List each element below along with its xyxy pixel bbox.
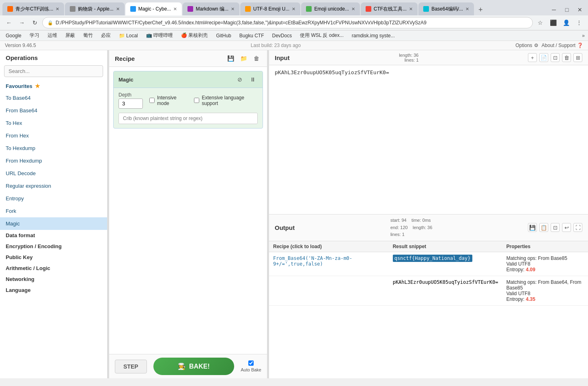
row1-properties: Matching ops: From Base85 Valid UTF8 Ent… xyxy=(502,252,588,276)
save-recipe-button[interactable]: 💾 xyxy=(226,54,235,63)
tab-close-icon[interactable]: ✕ xyxy=(409,6,413,12)
tab-close-icon[interactable]: ✕ xyxy=(231,6,235,12)
favourites-section[interactable]: Favourites ★ xyxy=(0,80,107,92)
bookmarks-more[interactable]: » xyxy=(582,33,585,39)
disable-magic-button[interactable]: ⊘ xyxy=(235,75,245,84)
app: Version 9.46.5 Last build: 23 days ago O… xyxy=(0,41,588,378)
input-lines: lines: 1 xyxy=(399,58,418,62)
input-add-button[interactable]: + xyxy=(528,53,537,62)
sidebar-item-fork[interactable]: Fork xyxy=(0,205,107,217)
tab-close-icon[interactable]: ✕ xyxy=(173,6,177,12)
output-copy-button[interactable]: 📋 xyxy=(539,223,548,232)
input-clear-button[interactable]: 🗑 xyxy=(562,53,571,62)
search-input[interactable] xyxy=(4,65,103,77)
extensive-language-checkbox[interactable] xyxy=(194,98,199,103)
tab-6[interactable]: Emoji unicode... ✕ xyxy=(301,2,360,15)
sidebar-section-arithmetic[interactable]: Arithmetic / Logic xyxy=(0,263,107,274)
tab-title: Markdown 编... xyxy=(196,6,228,13)
tab-close-icon[interactable]: ✕ xyxy=(56,6,59,12)
recipe-panel-header: Recipe 💾 📁 🗑 xyxy=(109,50,267,67)
sidebar-section-public-key[interactable]: Public Key xyxy=(0,252,107,263)
sidebar-item-to-hex[interactable]: To Hex xyxy=(0,117,107,129)
bookmark-wsl[interactable]: 使用 WSL 反 odex... xyxy=(297,31,346,40)
tab-8[interactable]: Base64编码/... ✕ xyxy=(418,2,474,15)
auto-bake-checkbox[interactable] xyxy=(248,360,254,366)
input-file-button[interactable]: 📄 xyxy=(539,53,548,62)
bookmark-google[interactable]: Google xyxy=(3,32,24,39)
output-split-button[interactable]: ⊡ xyxy=(551,223,560,232)
output-fullscreen-button[interactable]: ⛶ xyxy=(573,223,582,232)
sidebar-item-entropy[interactable]: Entropy xyxy=(0,192,107,205)
input-area[interactable]: pKAhL3Ezr0uupUO5K05uqTyiozSfVTEurK0= xyxy=(269,65,588,214)
bookmark-ramdisk[interactable]: ramdisk.img syste... xyxy=(349,32,397,39)
step-button[interactable]: STEP xyxy=(115,360,147,373)
sidebar-item-from-base64[interactable]: From Base64 xyxy=(0,104,107,117)
table-row[interactable]: From_Base64('N-ZA-Mn-za-m0-9+/=',true,fa… xyxy=(269,252,588,276)
output-undo-button[interactable]: ↩ xyxy=(562,223,571,232)
settings-icon[interactable]: ⋮ xyxy=(573,17,585,28)
tab-3[interactable]: Magic - Cybe... ✕ xyxy=(125,2,182,15)
sidebar-item-to-base64[interactable]: To Base64 xyxy=(0,92,107,104)
tab-close-icon[interactable]: ✕ xyxy=(292,6,295,12)
sidebar-item-from-hex[interactable]: From Hex xyxy=(0,129,107,142)
bookmark-learn[interactable]: 学习 xyxy=(27,31,42,40)
tab-close-icon[interactable]: ✕ xyxy=(465,6,469,12)
sidebar-section-networking[interactable]: Networking xyxy=(0,274,107,285)
load-recipe-button[interactable]: 📁 xyxy=(239,54,248,63)
about-button[interactable]: About / Support ❓ xyxy=(542,43,583,48)
table-row[interactable]: pKAhL3Ezr0uupUO5K05uqTyiozSfVTEurK0= Mat… xyxy=(269,276,588,305)
bookmark-icon[interactable]: ☆ xyxy=(534,17,546,28)
close-window-button[interactable]: ✕ xyxy=(574,4,586,15)
bookmark-bing[interactable]: 必应 xyxy=(99,31,113,40)
input-grid-button[interactable]: ⊞ xyxy=(573,53,582,62)
output-title: Output xyxy=(275,224,295,231)
new-tab-button[interactable]: + xyxy=(475,4,486,15)
output-save-button[interactable]: 💾 xyxy=(528,223,537,232)
address-bar[interactable]: 🔒 D:/PHPStudy/PHPTutorial/WWW/CTF/CyberC… xyxy=(42,17,533,28)
sidebar-section-encryption[interactable]: Encryption / Encoding xyxy=(0,241,107,252)
bookmark-puzhu[interactable]: 葡竹 xyxy=(81,31,95,40)
depth-input[interactable] xyxy=(118,99,143,109)
tab-1[interactable]: 青少年CTF训练... ✕ xyxy=(2,2,64,15)
bake-button[interactable]: 🧑‍🍳 BAKE! xyxy=(153,358,235,375)
bookmark-bugku[interactable]: Bugku CTF xyxy=(237,32,267,39)
input-split-button[interactable]: ⊡ xyxy=(551,53,560,62)
sidebar-item-magic[interactable]: Magic xyxy=(0,217,107,230)
tab-4[interactable]: Markdown 编... ✕ xyxy=(183,2,239,15)
bookmark-guohe[interactable]: 🍎 果核剥壳 xyxy=(179,31,210,40)
bookmark-block[interactable]: 屏蔽 xyxy=(63,31,78,40)
maximize-button[interactable]: □ xyxy=(561,4,573,15)
sidebar-item-to-hexdump[interactable]: To Hexdump xyxy=(0,142,107,154)
app-header: Version 9.46.5 Last build: 23 days ago O… xyxy=(0,41,588,50)
back-button[interactable]: ← xyxy=(3,17,15,28)
reload-button[interactable]: ↻ xyxy=(29,17,41,28)
star-icon: ★ xyxy=(35,83,40,89)
crib-input[interactable] xyxy=(118,113,258,124)
bookmark-devdocs[interactable]: DevDocs xyxy=(269,32,294,39)
sidebar-section-data-format[interactable]: Data format xyxy=(0,230,107,241)
tab-7[interactable]: CTF在线工具... ✕ xyxy=(361,2,418,15)
sidebar-item-from-hexdump[interactable]: From Hexdump xyxy=(0,154,107,167)
extension-icon[interactable]: ⬛ xyxy=(547,17,559,28)
tab-5[interactable]: UTF-8 Emoji U... ✕ xyxy=(240,2,300,15)
minimize-button[interactable]: ─ xyxy=(548,4,560,15)
pause-magic-button[interactable]: ⏸ xyxy=(248,75,258,84)
bookmark-bilibili[interactable]: 📺 哔哩哔哩 xyxy=(144,31,175,40)
forward-button[interactable]: → xyxy=(16,17,28,28)
tab-close-icon[interactable]: ✕ xyxy=(351,6,355,12)
main-content: Recipe 💾 📁 🗑 Magic ⊘ xyxy=(109,50,588,378)
tab-2[interactable]: 购物袋 - Apple... ✕ xyxy=(65,2,124,15)
bookmark-local[interactable]: 📁 Local xyxy=(116,32,140,39)
intensive-mode-checkbox[interactable] xyxy=(149,98,155,103)
bookmark-github[interactable]: GitHub xyxy=(213,32,233,39)
tab-close-icon[interactable]: ✕ xyxy=(116,6,120,12)
recipe-panel: Recipe 💾 📁 🗑 Magic ⊘ xyxy=(109,50,267,378)
profile-icon[interactable]: 👤 xyxy=(560,17,572,28)
sidebar-item-regex[interactable]: Regular expression xyxy=(0,180,107,192)
clear-recipe-button[interactable]: 🗑 xyxy=(252,54,261,63)
tab-title: Base64编码/... xyxy=(431,6,463,13)
sidebar-section-language[interactable]: Language xyxy=(0,285,107,296)
bookmark-ops[interactable]: 运维 xyxy=(45,31,60,40)
sidebar-item-url-decode[interactable]: URL Decode xyxy=(0,167,107,180)
options-button[interactable]: Options ⚙ xyxy=(515,43,538,48)
